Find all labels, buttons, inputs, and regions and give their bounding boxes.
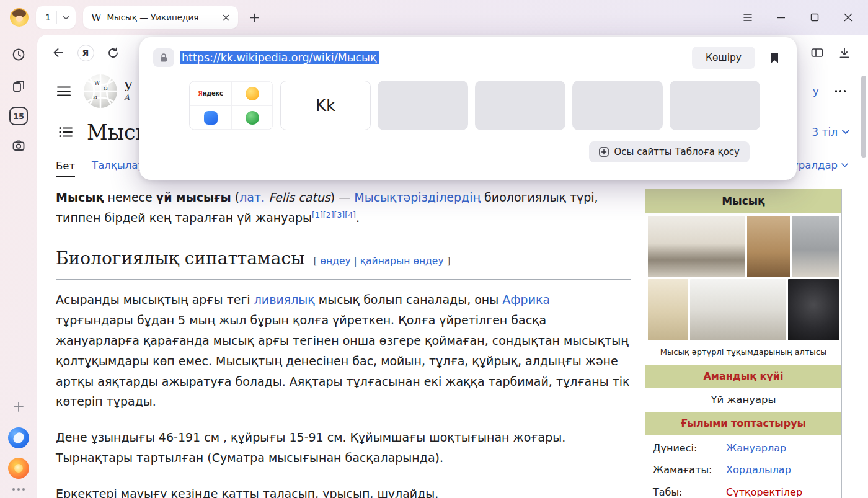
service-icon-blue[interactable] bbox=[190, 105, 231, 130]
ref-3[interactable]: [3] bbox=[334, 210, 345, 220]
add-to-tablo-button[interactable]: Осы сайтты Таблоға қосу bbox=[589, 141, 750, 162]
infobox-caption: Мысық әртүрлі тұқымдарының алтысы bbox=[645, 342, 841, 365]
latin-link[interactable]: лат. bbox=[239, 190, 265, 204]
tab-wikipedia[interactable]: W Мысық — Уикипедия bbox=[83, 6, 238, 29]
scrollbar-thumb[interactable] bbox=[861, 76, 866, 158]
ref-2[interactable]: [2] bbox=[323, 210, 334, 220]
felidae-link[interactable]: Мысықтәрізділердің bbox=[354, 190, 480, 204]
screenshot-icon[interactable] bbox=[7, 135, 30, 157]
service-icon-green[interactable] bbox=[231, 105, 273, 130]
tab-close-icon[interactable] bbox=[221, 12, 232, 23]
tab-counter-pill[interactable]: 1 bbox=[36, 6, 76, 29]
wiki-user-links: у bbox=[813, 86, 851, 97]
wiki-more-icon[interactable] bbox=[835, 90, 846, 92]
plus-box-icon bbox=[599, 147, 609, 157]
ref-4[interactable]: [4] bbox=[345, 210, 356, 220]
copy-url-button[interactable]: Көшіру bbox=[692, 47, 755, 69]
close-window-icon[interactable] bbox=[842, 11, 854, 24]
tablo-tile-empty[interactable] bbox=[572, 81, 663, 130]
bookmark-icon[interactable] bbox=[770, 52, 779, 64]
edit-link[interactable]: өңдеу bbox=[320, 256, 350, 267]
cat-photo-orange-sitting bbox=[747, 216, 789, 277]
minimize-icon[interactable] bbox=[775, 11, 787, 24]
cat-photo-tabby-lying bbox=[648, 216, 745, 277]
tab-count: 1 bbox=[45, 12, 51, 22]
back-button[interactable] bbox=[47, 42, 69, 64]
taxon-link-red[interactable]: Сүтқоректілер bbox=[726, 484, 802, 498]
omnibox-dropdown: https://kk.wikipedia.org/wiki/Мысық Көші… bbox=[140, 37, 797, 180]
divider bbox=[56, 11, 57, 24]
page-scrollbar[interactable] bbox=[861, 73, 866, 496]
infobox-taxobox: Мысық Мысық әртүрлі тұқымдарының алтысы … bbox=[645, 189, 842, 498]
tab-title: Мысық — Уикипедия bbox=[107, 12, 215, 22]
svg-text:Ω: Ω bbox=[104, 86, 108, 91]
taxonomy-header: Ғылыми топтастыруы bbox=[645, 412, 841, 435]
browser-topbar: 1 W Мысық — Уикипедия bbox=[0, 0, 868, 35]
url-row: https://kk.wikipedia.org/wiki/Мысық Көші… bbox=[153, 45, 784, 70]
browser-sidebar: 15 bbox=[0, 35, 37, 498]
tabs-panel-icon[interactable] bbox=[806, 42, 828, 64]
infobox-image-grid bbox=[645, 213, 841, 340]
africa-link[interactable]: Африка bbox=[502, 293, 550, 306]
browser-menu-icon[interactable] bbox=[742, 11, 754, 24]
lock-icon[interactable] bbox=[153, 48, 174, 67]
edit-source-link[interactable]: қайнарын өңдеу bbox=[360, 256, 444, 267]
ref-1[interactable]: [1] bbox=[312, 210, 323, 220]
chevron-down-icon[interactable] bbox=[63, 16, 69, 20]
infobox-title: Мысық bbox=[645, 189, 841, 213]
tablo-tile-empty[interactable] bbox=[378, 81, 468, 130]
taxonomy-row: Жамағаты: Хордалылар bbox=[645, 459, 841, 481]
cat-photo-tabby-snow bbox=[690, 279, 786, 340]
cat-photo-siamese bbox=[648, 279, 688, 340]
svg-text:И: И bbox=[93, 94, 97, 100]
new-tab-button[interactable] bbox=[246, 8, 264, 27]
taxonomy-row: Табы: Сүтқоректілер bbox=[645, 481, 841, 498]
url-text-selected: https://kk.wikipedia.org/wiki/Мысық bbox=[180, 51, 379, 64]
service-icon-yellow[interactable] bbox=[231, 81, 273, 105]
sidebar-more-icon[interactable] bbox=[12, 488, 25, 491]
user-link-fragment[interactable]: у bbox=[813, 86, 818, 97]
taxonomy-row: Дүниесі: Жануарлар bbox=[645, 437, 841, 460]
cat-photo-black bbox=[788, 279, 839, 340]
edit-section-links: [ өңдеу | қайнарын өңдеу ] bbox=[314, 256, 451, 267]
tab-article[interactable]: Бет bbox=[56, 160, 75, 177]
conservation-status-value: Үй жануары bbox=[645, 388, 841, 413]
tab-counter-badge[interactable]: 15 bbox=[9, 107, 28, 125]
wiki-menu-icon[interactable] bbox=[53, 81, 74, 102]
cat-photo-white-orange bbox=[792, 216, 839, 277]
yandex-browser-icon[interactable] bbox=[8, 427, 29, 448]
profile-avatar[interactable] bbox=[10, 8, 29, 27]
tablo-tiles: Яндекс Kk bbox=[189, 81, 784, 130]
wikipedia-favicon: W bbox=[91, 12, 101, 24]
tablo-tile-empty[interactable] bbox=[670, 81, 760, 130]
yandex-services-tile[interactable]: Яндекс bbox=[189, 81, 273, 130]
yandex-search-icon[interactable]: Я bbox=[74, 42, 97, 64]
tablo-tile-kk[interactable]: Kk bbox=[280, 81, 371, 130]
libyan-cat-link[interactable]: ливиялық bbox=[254, 293, 315, 306]
taxon-link[interactable]: Хордалылар bbox=[726, 461, 791, 479]
maximize-icon[interactable] bbox=[808, 11, 821, 24]
svg-text:W: W bbox=[94, 80, 100, 86]
contents-icon[interactable] bbox=[57, 123, 74, 141]
article-body: Мысық Мысық әртүрлі тұқымдарының алтысы … bbox=[37, 177, 859, 498]
downloads-icon[interactable] bbox=[833, 42, 856, 64]
add-panel-icon[interactable] bbox=[7, 396, 30, 418]
yandex-logo-cell[interactable]: Яндекс bbox=[190, 81, 231, 105]
section-heading: Биологиялық сипаттамасы[ өңдеу | қайнары… bbox=[56, 244, 631, 280]
taxon-link[interactable]: Жануарлар bbox=[726, 440, 786, 457]
history-icon[interactable] bbox=[7, 43, 30, 66]
notes-icon[interactable] bbox=[7, 75, 30, 97]
taxonomy-table: Дүниесі: Жануарлар Жамағаты: Хордалылар … bbox=[645, 435, 841, 498]
url-field[interactable]: https://kk.wikipedia.org/wiki/Мысық bbox=[180, 51, 686, 64]
conservation-status-header: Амандық күйі bbox=[645, 365, 841, 388]
reload-button[interactable] bbox=[102, 42, 124, 64]
apps-launcher-icon[interactable] bbox=[8, 458, 29, 479]
tablo-tile-empty[interactable] bbox=[475, 81, 565, 130]
language-selector[interactable]: 3 тіл bbox=[812, 126, 849, 138]
tab-talk[interactable]: Талқылау bbox=[92, 159, 144, 177]
window-controls bbox=[742, 11, 858, 24]
wikipedia-logo[interactable]: W Ω И bbox=[83, 74, 118, 109]
